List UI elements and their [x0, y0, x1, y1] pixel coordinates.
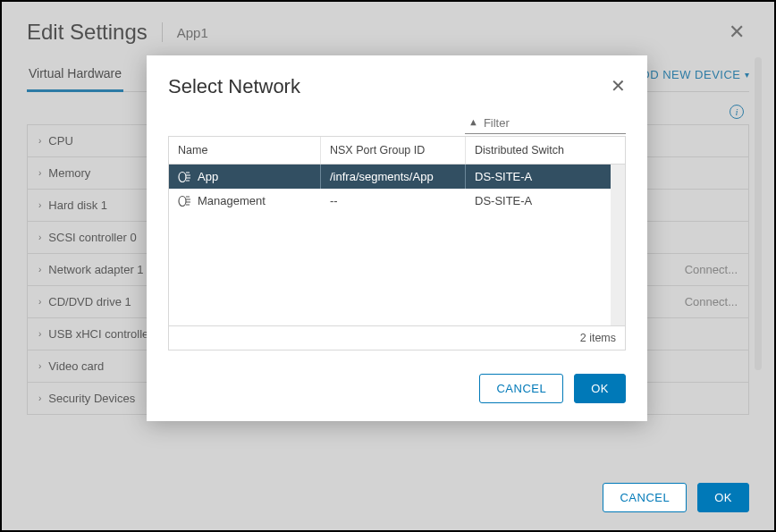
cell-port: /infra/segments/App [330, 170, 434, 183]
modal-footer: CANCEL OK [168, 374, 626, 403]
cell-switch: DS-SITE-A [475, 194, 532, 207]
filter-box[interactable]: ▼ [465, 114, 626, 134]
close-icon[interactable]: ✕ [611, 75, 626, 97]
grid-scrollbar[interactable] [611, 165, 625, 325]
scrollbar[interactable] [755, 57, 762, 370]
select-network-modal: Select Network ✕ ▼ Name NSX Port Group I… [147, 55, 647, 421]
network-grid: Name NSX Port Group ID Distributed Switc… [168, 136, 626, 350]
svg-point-1 [179, 196, 186, 206]
grid-footer: 2 items [169, 325, 625, 350]
cancel-button[interactable]: CANCEL [479, 374, 563, 403]
col-header-port[interactable]: NSX Port Group ID [321, 137, 466, 164]
filter-row: ▼ [168, 114, 626, 134]
network-icon [178, 195, 192, 207]
grid-header: Name NSX Port Group ID Distributed Switc… [169, 136, 625, 165]
cell-port: -- [330, 194, 338, 207]
col-header-switch[interactable]: Distributed Switch [466, 137, 625, 164]
table-row[interactable]: App /infra/segments/App DS-SITE-A [169, 165, 625, 189]
cell-name: App [198, 170, 218, 183]
filter-icon: ▼ [468, 118, 478, 129]
ok-button[interactable]: OK [574, 374, 626, 403]
grid-body: App /infra/segments/App DS-SITE-A Manage… [169, 165, 625, 325]
edit-footer-buttons: CANCEL OK [603, 483, 749, 512]
filter-input[interactable] [484, 116, 622, 130]
svg-point-0 [179, 172, 186, 182]
modal-header: Select Network ✕ [168, 75, 626, 98]
network-icon [178, 171, 192, 183]
cancel-button[interactable]: CANCEL [603, 483, 687, 512]
col-header-name[interactable]: Name [169, 137, 321, 164]
ok-button[interactable]: OK [697, 483, 749, 512]
cell-switch: DS-SITE-A [475, 170, 532, 183]
table-row[interactable]: Management -- DS-SITE-A [169, 189, 625, 213]
modal-title: Select Network [168, 75, 300, 98]
cell-name: Management [198, 194, 266, 207]
